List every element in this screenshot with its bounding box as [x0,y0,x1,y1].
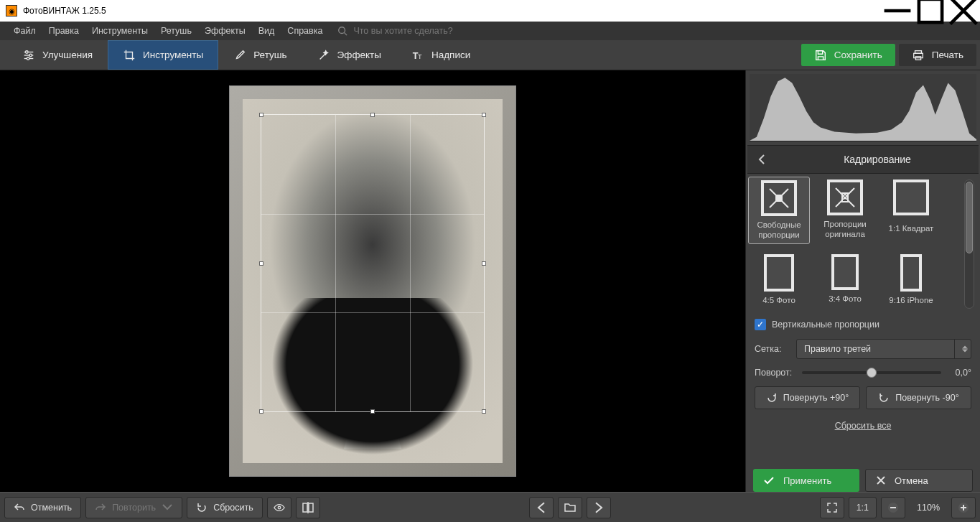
app-logo [6,5,17,17]
svg-rect-22 [309,503,313,512]
crop-handle-tr[interactable] [482,113,486,117]
menu-effects[interactable]: Эффекты [198,26,252,36]
tab-text[interactable]: TT Надписи [396,40,485,70]
search-placeholder: Что вы хотите сделать? [353,26,452,36]
preset-9-16[interactable]: 9:16 iPhone [880,251,942,309]
window-minimize[interactable] [881,0,914,22]
crop-handle-rm[interactable] [482,261,486,266]
rotate-label: Поворот: [755,368,796,378]
svg-rect-17 [776,195,782,201]
text-icon: TT [411,49,424,62]
open-folder-button[interactable] [558,497,582,518]
wand-icon [317,49,330,62]
crop-handle-bm[interactable] [370,409,375,414]
svg-text:T: T [418,52,422,60]
save-button[interactable]: Сохранить [801,44,895,66]
save-icon [814,49,827,62]
tab-tools[interactable]: Инструменты [108,40,218,70]
preset-free[interactable]: Свободные пропорции [748,177,810,244]
svg-line-5 [345,33,347,36]
crop-presets: Свободные пропорции Пропорции оригинала … [748,177,980,309]
photo-canvas[interactable] [229,85,516,477]
tab-effects[interactable]: Эффекты [302,40,396,70]
svg-rect-15 [913,53,923,57]
tab-label: Ретушь [253,50,286,60]
panel-back-button[interactable] [747,154,776,165]
menu-file[interactable]: Файл [7,26,42,36]
crop-icon [123,49,136,62]
chevron-down-icon [162,502,173,513]
preset-4-5[interactable]: 4:5 Фото [748,251,810,309]
menu-view[interactable]: Вид [252,26,281,36]
grid-label: Сетка: [755,344,790,354]
menu-tools[interactable]: Инструменты [85,26,154,36]
apply-button[interactable]: Применить [753,469,859,492]
tab-label: Эффекты [337,50,381,60]
zoom-in-button[interactable] [951,497,976,518]
rotate-slider[interactable] [802,371,941,374]
sliders-icon [22,49,35,62]
fit-screen-button[interactable] [820,497,844,518]
preset-square[interactable]: 1:1 Квадрат [880,177,942,244]
vertical-label: Вертикальные пропорции [772,320,879,330]
svg-point-4 [339,27,345,34]
crop-handle-lm[interactable] [259,261,263,266]
tab-enhance[interactable]: Улучшения [7,40,108,70]
search-icon [337,26,347,36]
menu-edit[interactable]: Правка [42,26,85,36]
tab-retouch[interactable]: Ретушь [218,40,302,70]
rotate-plus-90-button[interactable]: Повернуть +90° [755,386,860,409]
crop-handle-br[interactable] [482,409,486,414]
zoom-100-button[interactable]: 1:1 [849,497,877,518]
svg-rect-28 [963,505,964,511]
svg-rect-1 [919,0,942,22]
redo-button[interactable]: Повторить [85,497,182,518]
window-close[interactable] [947,0,980,22]
crop-handle-bl[interactable] [259,409,263,414]
app-title: ФотоВИНТАЖ 1.25.5 [23,6,106,16]
cancel-button[interactable]: Отмена [865,469,973,492]
workspace: Кадрирование Свободные пропорции Пропорц… [0,70,980,492]
vertical-checkbox-row[interactable]: ✓ Вертикальные пропорции [746,314,980,335]
preset-original[interactable]: Пропорции оригинала [814,177,876,244]
reset-all-link[interactable]: Сбросить все [746,414,980,438]
zoom-out-button[interactable] [881,497,905,518]
bottom-bar: Отменить Повторить Сбросить 1:1 110% [0,492,980,522]
prev-image-button[interactable] [529,497,554,518]
crop-overlay[interactable] [261,114,485,412]
rotate-value: 0,0° [947,368,971,378]
svg-point-10 [29,54,32,57]
crop-handle-tm[interactable] [370,113,375,117]
zoom-level: 110% [910,503,947,513]
menubar: Файл Правка Инструменты Ретушь Эффекты В… [0,22,980,40]
search-box[interactable]: Что вы хотите сделать? [337,26,452,36]
print-button[interactable]: Печать [899,44,976,66]
save-label: Сохранить [834,50,882,60]
tab-label: Улучшения [42,50,93,60]
titlebar: ФотоВИНТАЖ 1.25.5 [0,0,980,22]
grid-select[interactable]: Правило третей [796,339,971,359]
menu-help[interactable]: Справка [281,26,329,36]
window-maximize[interactable] [914,0,947,22]
compare-button[interactable] [296,497,320,518]
canvas-area[interactable] [0,70,745,492]
reset-button[interactable]: Сбросить [187,497,263,518]
svg-point-9 [26,50,29,53]
preset-3-4[interactable]: 3:4 Фото [814,251,876,309]
crop-handle-tl[interactable] [259,113,263,117]
print-icon [912,49,925,62]
presets-scrollbar[interactable] [964,180,974,309]
menu-retouch[interactable]: Ретушь [154,26,198,36]
main-toolbar: Улучшения Инструменты Ретушь Эффекты TT … [0,40,980,70]
rotate-minus-90-button[interactable]: Повернуть -90° [866,386,971,409]
histogram [750,74,976,141]
print-label: Печать [932,50,963,60]
vertical-checkbox[interactable]: ✓ [755,319,766,330]
eye-toggle-button[interactable] [267,497,291,518]
svg-point-11 [27,57,29,60]
undo-button[interactable]: Отменить [4,497,81,518]
tab-label: Инструменты [143,50,203,60]
next-image-button[interactable] [587,497,611,518]
svg-rect-21 [303,503,307,512]
brush-icon [233,49,246,62]
